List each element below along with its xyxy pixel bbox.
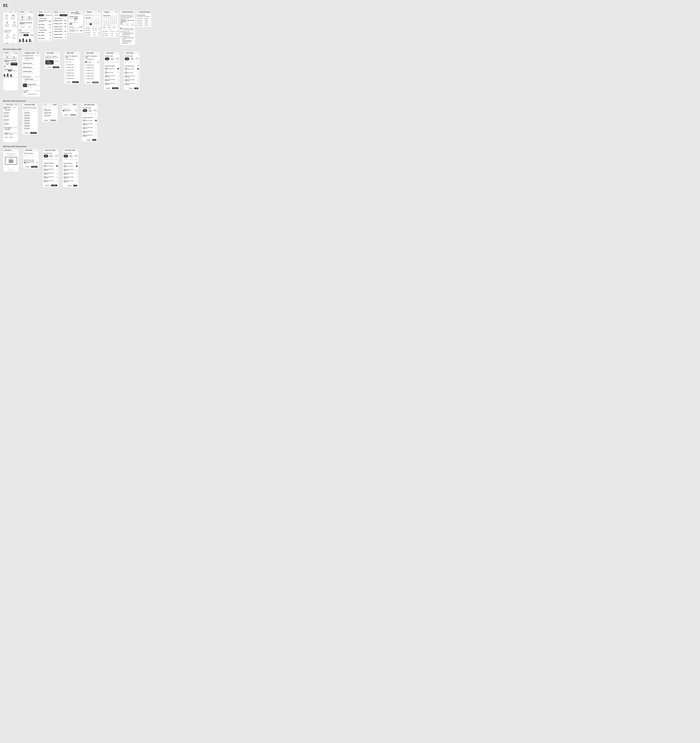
cancel-btn-7[interactable]: Cancel [43,119,49,121]
later-btn-3[interactable]: Later [93,109,98,112]
later-btn[interactable]: Later [115,57,120,61]
tab-done[interactable]: Done [24,34,29,36]
assoc-row-nicole-3[interactable]: Nicole Sanders [83,119,97,122]
type-number-btn[interactable]: Type the number instead [4,153,18,156]
assoc-row-1[interactable]: Associate Name Here [105,75,119,78]
prepare-inventory-label: Prepare your Inventory [4,30,16,33]
nav-manage-pallets[interactable]: 🏗 Manage pallets [4,21,10,27]
home-tools-phone: 🔋Tools⚙ 🛒 Shop pulley 📦 Place in reserve… [3,10,18,44]
cancel-btn-12[interactable]: Cancel [67,185,73,186]
cancel-btn-5[interactable]: Cancel [128,87,133,89]
next-week-btn-2[interactable]: Next Week [130,57,135,61]
cancel-btn-8[interactable]: Cancel [63,114,69,116]
cancel-btn-1[interactable]: Cancel [46,66,52,68]
full-category-btn[interactable]: ● Full Category [45,60,53,64]
assoc-row-5[interactable]: Associate Name Here [125,79,139,82]
table-row: Item Name100100 [85,32,100,34]
continue-btn-5[interactable]: Continue [30,132,37,134]
assoc-row-18[interactable]: Associate Name Here [64,180,78,183]
cancel-btn-2[interactable]: Cancel [66,81,71,83]
scanner-search-input[interactable]: Search... [24,155,38,157]
assoc-row-14[interactable]: Associate Name Here [44,180,58,183]
assoc-row-mark[interactable]: Mark Pooley [105,71,119,74]
add-btn-3[interactable]: Add [73,185,77,186]
continue-btn-1[interactable]: Continue [53,67,59,68]
arrow-9: → [39,121,41,124]
assoc-row-15[interactable]: Associate Name Here [64,169,78,172]
item-search-input[interactable]: 🔍 Search... [23,109,37,112]
next-week-btn-4[interactable]: Next Week [49,155,53,158]
assoc-row-8[interactable]: Associate Name Here [83,127,97,130]
assoc-row-nicole-4[interactable]: Nicole Sanders [44,164,58,167]
cancel-btn-10[interactable]: Cancel [25,166,30,168]
assoc-row-12[interactable]: Associate Name Here [44,172,58,175]
continue-btn-2[interactable]: Continue [73,81,79,83]
checklist-item-2: 4 Weeks prior: Complete all required cat… [120,31,135,36]
tab-categories-1[interactable]: Categories [44,14,52,16]
assoc-row-7[interactable]: Associate Name Here [83,123,97,126]
continue-btn-8[interactable]: Continue [31,166,37,167]
jeans-search-input[interactable]: jeans ✕ [43,107,57,110]
assoc-row-10[interactable]: Associate Name Here [83,134,97,137]
continue-btn-4[interactable]: Continue [112,87,118,89]
table-row: Item Name date range › [4,112,18,115]
assoc-row-4[interactable]: Associate Name Here [125,75,139,78]
assoc-row-nicole[interactable]: Nicole Sanders [105,67,119,70]
nav-shop-pulley[interactable]: 🛒 Shop pulley [4,14,9,20]
this-week-btn-3[interactable]: This week [83,109,87,112]
arrow-5: → [81,73,83,75]
continue-btn-3[interactable]: Continue [92,81,99,83]
arrow-10: → [59,121,61,124]
this-week-btn-4[interactable]: This week [44,155,48,158]
assoc-row-9[interactable]: Associate Name Here [83,130,97,133]
cancel-btn-4[interactable]: Cancel [105,87,111,89]
this-week-btn-5[interactable]: This week [64,155,68,158]
assoc-row-13[interactable]: Associate Name Here [44,176,58,179]
later-btn-4[interactable]: Later [54,155,59,158]
assoc-row-2[interactable]: Associate Name Here [105,78,119,82]
assoc-row-mark-2[interactable]: Mark Pooley [125,71,139,74]
later-btn-5[interactable]: Later [74,155,78,158]
continue-btn-9[interactable]: Continue [51,185,57,186]
continue-btn-6[interactable]: Continue [50,119,56,121]
cancel-btn-9[interactable]: Cancel [86,139,92,141]
assoc-row-nicole-5[interactable]: Nicole Sanders [64,164,78,168]
next-week-btn-5[interactable]: Next Week [68,155,73,158]
nav-new-audits[interactable]: 📝 New Audits [11,34,16,40]
tab-categories-2[interactable]: Categories [59,14,67,16]
next-week-btn-3[interactable]: Next Week [88,109,93,112]
assoc-row-nicole-2[interactable]: Nicole Sanders [125,67,139,71]
arrow-6: → [101,73,103,75]
nav-category-audit[interactable]: 📋 Category Audit [4,34,11,40]
new-audit-scanner-modal: ← New Audit Search by name Search... Spe… [23,148,39,169]
assoc-row-16[interactable]: Associate Name Here [64,172,78,175]
assoc-row-6[interactable]: Associate Name Here [125,83,139,86]
arrow-7: → [121,73,123,75]
tab-categories[interactable]: Categories [29,34,34,36]
assoc-row-3[interactable]: Associate Name Here [105,82,119,86]
this-week-btn-2[interactable]: This week [125,57,129,61]
nav-place-reserve[interactable]: 📦 Place in reserve [10,14,16,20]
cancel-btn-11[interactable]: Cancel [44,185,50,186]
table-row: Item Name100100 [103,33,118,35]
continue-btn-7[interactable]: Continue [70,114,77,116]
table-row: Item Name150 - 100100 [103,31,118,33]
item-audit-set-due-date-modal: ← New Item Audit Set a due date This wee… [82,103,98,142]
tab-items-1[interactable]: Items [38,14,44,16]
next-week-btn[interactable]: Next Week [110,57,115,61]
annual-inventory-screen-1: ← Annual Inventory Annual inventory for … [120,10,135,45]
later-btn-2[interactable]: Later [135,57,139,61]
tab-items-2[interactable]: Items [54,14,59,16]
table-row: Item Name +12 [38,24,51,26]
partial-btn[interactable]: Partial [53,60,59,64]
cancel-btn-3[interactable]: Cancel [86,81,91,83]
add-btn-2[interactable]: Add [92,139,96,141]
arrow-2: → [19,73,21,75]
assoc-row-17[interactable]: Associate Name Here [64,176,78,179]
assoc-row-11[interactable]: Associate Name Here [44,168,58,172]
nav-manage-locations[interactable]: 📍 Manage Locations [11,21,18,27]
cancel-btn-6[interactable]: Cancel [24,132,30,134]
scan-item-screen: Scan Item Type the number instead [3,148,19,172]
add-btn-1[interactable]: Add [135,87,138,89]
this-week-btn[interactable]: This week [105,57,110,61]
